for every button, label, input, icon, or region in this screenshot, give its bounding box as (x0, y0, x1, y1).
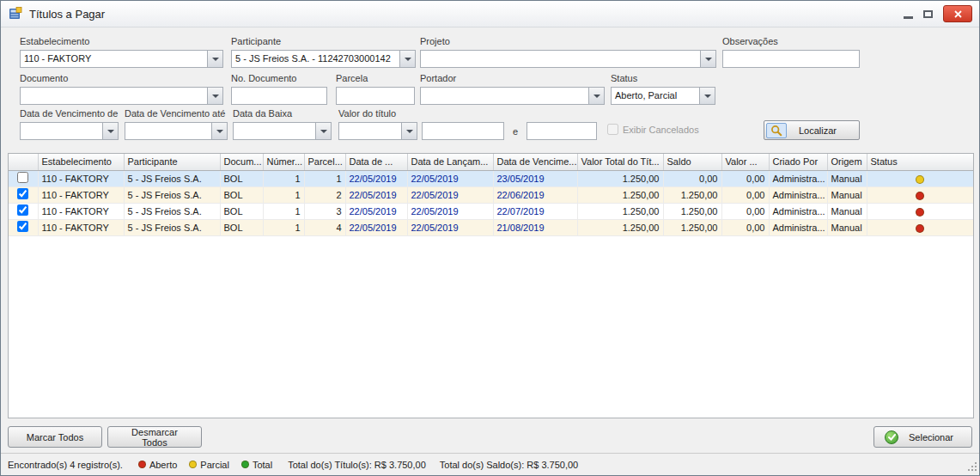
cell: 22/05/2019 (345, 219, 407, 235)
status-dropdown-button[interactable] (699, 88, 715, 104)
cell: 110 - FAKTORY (38, 203, 124, 219)
cell: 5 - JS Freios S.A. (124, 186, 220, 203)
venc-de-combobox[interactable] (20, 122, 119, 140)
column-header[interactable]: Númer... (263, 154, 304, 170)
status-combobox[interactable]: Aberto, Parcial (611, 87, 715, 105)
parcela-input[interactable] (336, 87, 415, 105)
portador-combobox[interactable] (420, 87, 605, 105)
row-checkbox[interactable] (17, 188, 28, 199)
column-header[interactable]: Data de Lançam... (407, 154, 493, 170)
cell: 1 (263, 219, 304, 235)
titulos-a-pagar-window: Títulos a Pagar Estabelecimento 110 - FA… (0, 0, 980, 476)
valor-ate-input[interactable] (527, 122, 597, 140)
row-checkbox[interactable] (17, 221, 28, 232)
baixa-combobox[interactable] (233, 122, 332, 140)
maximize-icon[interactable] (923, 10, 933, 18)
column-header[interactable]: Participante (124, 154, 220, 170)
status-dot (916, 224, 924, 233)
column-header[interactable]: Saldo (663, 154, 721, 170)
totals: Total do(s) Título(s): R$ 3.750,00 Total… (288, 460, 578, 470)
cell: 0,00 (721, 170, 769, 186)
minimize-icon[interactable] (904, 16, 913, 19)
documento-dropdown-button[interactable] (207, 88, 222, 104)
desmarcar-todos-button[interactable]: Desmarcar Todos (107, 426, 202, 448)
row-checkbox-cell[interactable] (9, 186, 38, 203)
legend-dot (138, 461, 146, 468)
baixa-value (234, 123, 315, 139)
cell: 110 - FAKTORY (38, 219, 124, 235)
row-checkbox-cell[interactable] (9, 219, 38, 235)
observacoes-input[interactable] (722, 50, 860, 68)
select-column-header[interactable] (9, 154, 38, 170)
total-titulos-text: Total do(s) Título(s): R$ 3.750,00 (288, 460, 426, 470)
selecionar-button[interactable]: Selecionar (873, 426, 972, 448)
valor-de-input[interactable] (422, 122, 504, 140)
column-header[interactable]: Status (867, 154, 973, 170)
documento-combobox[interactable] (20, 87, 223, 105)
valor-conjunction-label: e (513, 126, 518, 137)
window-controls (904, 5, 972, 22)
cell: Administra... (769, 219, 827, 235)
row-checkbox[interactable] (17, 204, 28, 216)
column-header[interactable]: Parcel... (304, 154, 345, 170)
table-row[interactable]: 110 - FAKTORY5 - JS Freios S.A.BOL1222/0… (9, 186, 973, 203)
estabelecimento-combobox[interactable]: 110 - FAKTORY (20, 50, 223, 68)
legend-label: Aberto (149, 460, 177, 470)
projeto-dropdown-button[interactable] (700, 51, 715, 67)
column-header[interactable]: Valor ... (721, 154, 769, 170)
cell: 0,00 (663, 170, 721, 186)
marcar-todos-button[interactable]: Marcar Todos (8, 426, 102, 448)
parcela-label: Parcela (336, 73, 368, 83)
cell: 0,00 (721, 186, 769, 203)
localizar-button[interactable]: Localizar (764, 120, 860, 140)
chevron-down-icon (216, 130, 223, 133)
cell: 1.250,00 (663, 219, 721, 235)
column-header[interactable]: Origem (827, 154, 867, 170)
row-checkbox-cell[interactable] (9, 203, 38, 219)
table-row[interactable]: 110 - FAKTORY5 - JS Freios S.A.BOL1422/0… (9, 219, 973, 235)
exibir-cancelados-checkbox: Exibir Cancelados (607, 124, 699, 135)
venc-de-value (21, 123, 102, 139)
column-header[interactable]: Estabelecimento (38, 154, 124, 170)
column-header[interactable]: Valor Total do Tít... (577, 154, 663, 170)
table-row[interactable]: 110 - FAKTORY5 - JS Freios S.A.BOL1322/0… (9, 203, 973, 219)
status-legend: AbertoParcialTotal (138, 460, 272, 470)
row-checkbox-cell[interactable] (9, 170, 38, 186)
cell: 1.250,00 (577, 170, 663, 186)
participante-dropdown-button[interactable] (399, 51, 415, 67)
estabelecimento-dropdown-button[interactable] (207, 51, 222, 67)
valor-titulo-dropdown-button[interactable] (401, 123, 417, 139)
column-header[interactable]: Data de Vencime... (493, 154, 577, 170)
column-header[interactable]: Criado Por (769, 154, 827, 170)
cell: 5 - JS Freios S.A. (124, 203, 220, 219)
venc-ate-dropdown-button[interactable] (211, 123, 227, 139)
chevron-down-icon (593, 95, 600, 98)
table-row[interactable]: 110 - FAKTORY5 - JS Freios S.A.BOL1122/0… (9, 170, 973, 186)
baixa-dropdown-button[interactable] (315, 123, 331, 139)
cell: 22/05/2019 (407, 186, 493, 203)
estabelecimento-value: 110 - FAKTORY (21, 51, 207, 67)
column-header[interactable]: Docum... (220, 154, 263, 170)
status-cell (867, 170, 973, 186)
participante-combobox[interactable]: 5 - JS Freios S.A. - 11242703000142 (231, 50, 416, 68)
venc-ate-value (125, 123, 211, 139)
cell: 0,00 (721, 203, 769, 219)
cell: 21/08/2019 (493, 219, 577, 235)
legend-dot (241, 461, 249, 468)
cell: 3 (304, 203, 345, 219)
venc-de-dropdown-button[interactable] (102, 123, 118, 139)
row-checkbox[interactable] (17, 172, 28, 183)
portador-dropdown-button[interactable] (588, 88, 604, 104)
column-header[interactable]: Data de ... (345, 154, 407, 170)
cell: 1 (263, 203, 304, 219)
cell: Administra... (769, 203, 827, 219)
valor-titulo-combobox[interactable] (338, 122, 417, 140)
resize-grip[interactable] (967, 461, 977, 473)
cell: 22/05/2019 (345, 170, 407, 186)
venc-ate-combobox[interactable] (125, 122, 228, 140)
cell: 23/05/2019 (493, 170, 577, 186)
no-documento-input[interactable] (231, 87, 327, 105)
close-icon[interactable] (943, 5, 972, 22)
grid-body: 110 - FAKTORY5 - JS Freios S.A.BOL1122/0… (9, 170, 973, 235)
projeto-combobox[interactable] (420, 50, 716, 68)
